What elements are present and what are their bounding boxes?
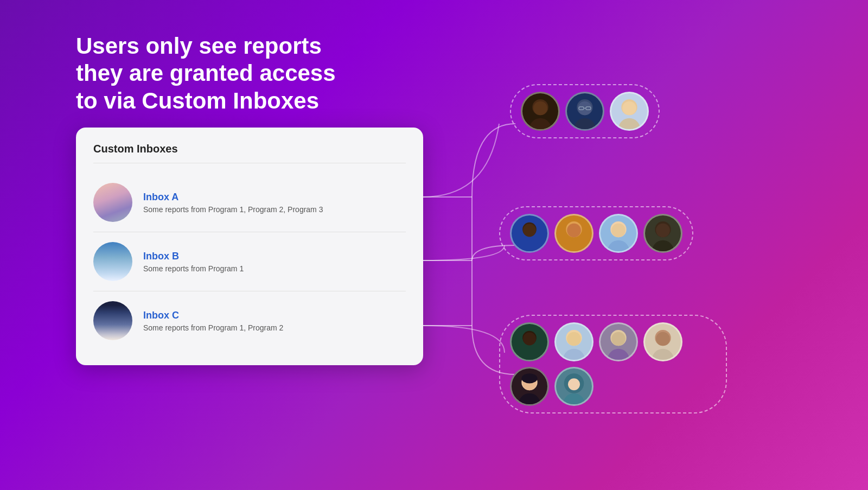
svg-point-27 (656, 224, 670, 238)
person-avatar-6 (599, 214, 638, 253)
svg-point-44 (563, 393, 585, 404)
svg-point-37 (652, 349, 674, 360)
svg-point-16 (519, 240, 540, 251)
svg-point-25 (652, 240, 674, 251)
inbox-item-b[interactable]: Inbox B Some reports from Program 1 (93, 232, 406, 291)
inbox-b-avatar (93, 242, 132, 281)
person-avatar-8 (510, 322, 549, 361)
svg-point-7 (574, 118, 596, 129)
custom-inboxes-card: Custom Inboxes Inbox A Some reports from… (76, 128, 423, 365)
person-avatar-11 (643, 322, 682, 361)
inbox-b-desc: Some reports from Program 1 (143, 264, 244, 273)
person-avatar-1 (521, 92, 560, 131)
inbox-item-c[interactable]: Inbox C Some reports from Program 1, Pro… (93, 291, 406, 350)
svg-point-19 (563, 240, 585, 251)
person-avatar-3 (610, 92, 649, 131)
person-avatar-12 (510, 367, 549, 406)
inbox-a-name: Inbox A (143, 192, 323, 203)
inbox-a-info: Inbox A Some reports from Program 1, Pro… (143, 192, 323, 214)
svg-point-40 (519, 393, 540, 404)
person-avatar-10 (599, 322, 638, 361)
svg-point-24 (611, 224, 626, 238)
svg-point-22 (608, 240, 629, 251)
inbox-item-a[interactable]: Inbox A Some reports from Program 1, Pro… (93, 173, 406, 232)
svg-point-46 (568, 378, 580, 390)
person-avatar-13 (554, 367, 593, 406)
inbox-a-avatar (93, 183, 132, 222)
inbox-c-avatar (93, 301, 132, 340)
svg-point-13 (618, 118, 640, 129)
svg-point-43 (521, 373, 537, 383)
inbox-c-name: Inbox C (143, 310, 283, 321)
svg-point-31 (563, 349, 585, 360)
avatar-group-2 (499, 206, 693, 260)
svg-point-4 (529, 118, 551, 129)
person-avatar-5 (554, 214, 593, 253)
svg-point-28 (519, 349, 540, 360)
svg-point-36 (611, 332, 626, 346)
card-title: Custom Inboxes (93, 143, 406, 163)
inbox-b-name: Inbox B (143, 251, 244, 262)
svg-point-33 (567, 332, 581, 346)
svg-point-18 (523, 224, 536, 237)
main-title: Users only see reports they are granted … (76, 33, 358, 114)
inbox-a-desc: Some reports from Program 1, Program 2, … (143, 205, 323, 214)
inbox-c-info: Inbox C Some reports from Program 1, Pro… (143, 310, 283, 332)
svg-point-15 (622, 101, 636, 116)
svg-point-21 (567, 224, 581, 238)
avatar-group-3 (499, 315, 727, 413)
avatar-group-1 (510, 84, 660, 138)
svg-point-6 (533, 101, 547, 116)
svg-point-39 (656, 332, 670, 346)
inbox-c-desc: Some reports from Program 1, Program 2 (143, 323, 283, 332)
person-avatar-9 (554, 322, 593, 361)
inbox-b-info: Inbox B Some reports from Program 1 (143, 251, 244, 273)
person-avatar-7 (643, 214, 682, 253)
person-avatar-4 (510, 214, 549, 253)
person-avatar-2 (565, 92, 604, 131)
svg-point-34 (608, 349, 629, 360)
svg-point-30 (523, 333, 536, 346)
